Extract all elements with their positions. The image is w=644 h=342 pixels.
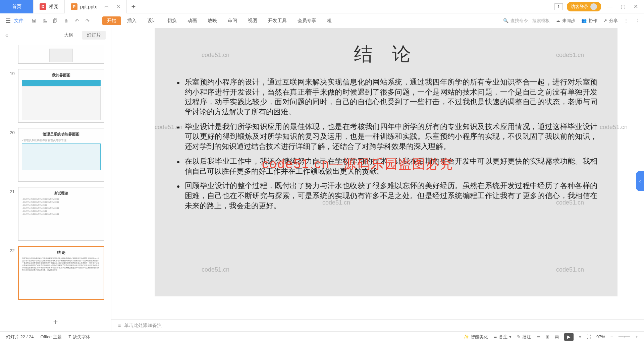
view-reading-icon[interactable]: ▤	[555, 334, 559, 339]
thumb-row	[7, 45, 104, 64]
ribbon-tab-design[interactable]: 设计	[143, 18, 161, 24]
people-icon: 👥	[581, 18, 587, 23]
minimize-icon[interactable]: —	[605, 4, 614, 10]
notes-placeholder[interactable]: 单击此处添加备注	[124, 323, 162, 329]
login-button[interactable]: 访客登录	[567, 2, 601, 11]
notes-icon: ≡	[118, 323, 121, 328]
thumbnail-selected[interactable]: 结 论 乐室预约小程序的设计通过互联网来解决实现信息化的网站系统通过我四年所学的…	[18, 246, 104, 300]
search-placeholder: 查找命令、搜索模板	[511, 18, 550, 24]
divider	[98, 17, 98, 25]
login-label: 访客登录	[571, 4, 588, 10]
zoom-slider[interactable]: ━━━●━━━	[619, 335, 630, 338]
zoom-level[interactable]: 97%	[596, 334, 605, 339]
avatar-icon	[590, 3, 597, 10]
sync-status[interactable]: ☁ 未同步	[556, 18, 575, 24]
tab-close-icon[interactable]: ✕	[116, 3, 120, 10]
collapse-ribbon-icon[interactable]: 〈	[634, 18, 639, 24]
search-icon: 🔍	[503, 18, 508, 23]
side-tab-slides[interactable]: 幻灯片	[82, 31, 106, 40]
close-icon[interactable]: ✕	[632, 3, 640, 10]
thumb-row: 19 我的界面图	[7, 69, 104, 123]
thumbnail[interactable]	[18, 45, 104, 64]
file-menu[interactable]: 文件	[14, 18, 23, 24]
ribbon-tab-insert[interactable]: 插入	[122, 18, 141, 24]
undo-icon[interactable]: ↶	[74, 18, 80, 24]
thumbnail[interactable]: 管理员系统功能界面图 • 管理员系统功能界面管理员可以管理...	[18, 128, 104, 182]
search-box[interactable]: 🔍 查找命令、搜索模板	[503, 18, 550, 24]
export-icon[interactable]: 🗎	[63, 18, 69, 24]
ribbon-tab-transition[interactable]: 切换	[163, 18, 181, 24]
play-dropdown-icon[interactable]: ▾	[579, 334, 581, 339]
comments-button[interactable]: ✎ 批注	[517, 334, 531, 340]
slide[interactable]: 结 论 乐室预约小程序的设计，通过互联网来解决实现信息化的网站系统，通过我四年所…	[155, 28, 618, 296]
slide-title[interactable]: 结 论	[175, 42, 597, 67]
statusbar: 幻灯片 22 / 24 Office 主题 Ƭ 缺失字体 ✨ 智能美化 ≣ 备注…	[0, 331, 644, 342]
quick-access-toolbar: 🖫 🖶 🗐 🗎 ↶ ↷	[31, 18, 91, 24]
thumb-title: 结 论	[22, 250, 100, 255]
slide-body[interactable]: 乐室预约小程序的设计，通过互联网来解决实现信息化的网站系统，通过我四年所学的所有…	[175, 77, 597, 211]
tab-add-button[interactable]: +	[127, 2, 140, 11]
view-normal-icon[interactable]: ▭	[536, 334, 540, 339]
print-preview-icon[interactable]: 🗐	[52, 18, 58, 24]
thumb-row: 22 结 论 乐室预约小程序的设计通过互联网来解决实现信息化的网站系统通过我四年…	[7, 246, 104, 300]
tab-daoke[interactable]: D 稻壳	[34, 0, 65, 13]
thumb-title: 我的界面图	[22, 73, 101, 78]
zoom-out-icon[interactable]: −	[610, 334, 613, 339]
save-icon[interactable]: 🖫	[31, 18, 37, 24]
thumb-row: 20 管理员系统功能界面图 • 管理员系统功能界面管理员可以管理...	[7, 128, 104, 182]
zoom-in-icon[interactable]: +	[635, 334, 638, 339]
titlebar: 首页 D 稻壳 P ppt.pptx ▭ ✕ + 1 访客登录 — ▢ ✕	[0, 0, 644, 13]
coop-label: 协作	[589, 18, 597, 24]
missing-font-button[interactable]: Ƭ 缺失字体	[68, 334, 90, 340]
notes-toggle[interactable]: ≣ 备注 ▾	[493, 334, 512, 340]
ribbon-tab-slideshow[interactable]: 放映	[203, 18, 222, 24]
thumbnail[interactable]: 我的界面图	[18, 69, 104, 123]
theme-name[interactable]: Office 主题	[40, 334, 61, 340]
edit-icon: ✎	[517, 334, 521, 339]
tab-document[interactable]: P ppt.pptx ▭ ✕	[65, 0, 127, 13]
thumbnail[interactable]: 测试理论 • 测试理论内容测试理论内容测试理论内容• 测试理论内容测试理论内容测…	[18, 187, 104, 241]
side-tab-outline[interactable]: 大纲	[59, 31, 78, 40]
add-slide-button[interactable]: +	[0, 312, 111, 331]
share-button[interactable]: ↗ 分享	[603, 18, 618, 24]
tab-display-icon[interactable]: ▭	[104, 4, 109, 9]
bullet[interactable]: 回顾毕业设计的整个过程，既付出了努力与汗水也收获了很多难以忘怀的美好经历。虽然在…	[175, 181, 597, 211]
main: « 大纲 幻灯片 19 我的界面图 20	[0, 28, 644, 331]
lines-icon: ≣	[493, 334, 497, 339]
view-sorter-icon[interactable]: ⊞	[546, 334, 549, 339]
ribbon-tab-start[interactable]: 开始	[102, 16, 121, 25]
zoom-fit-icon[interactable]: ⛶	[587, 334, 591, 339]
collapse-sidebar-icon[interactable]: «	[5, 33, 8, 38]
play-button[interactable]: ▶	[564, 333, 574, 341]
notes-pane[interactable]: ≡ 单击此处添加备注	[111, 319, 644, 331]
slide-wrapper[interactable]: 结 论 乐室预约小程序的设计，通过互联网来解决实现信息化的网站系统，通过我四年所…	[111, 28, 644, 319]
ribbon-tab-animation[interactable]: 动画	[183, 18, 202, 24]
ribbon-tab-dev[interactable]: 开发工具	[263, 18, 291, 24]
right-panel-toggle[interactable]: ‹	[636, 171, 644, 191]
ribbon-tab-member[interactable]: 会员专享	[293, 18, 321, 24]
thumbnail-panel[interactable]: 19 我的界面图 20 管理员系统功能界面图 • 管理员系统功能界面管理员可以管…	[0, 42, 111, 312]
ribbon-tab-view[interactable]: 视图	[243, 18, 262, 24]
cooperation-button[interactable]: 👥 协作	[581, 18, 597, 24]
share-icon: ↗	[603, 18, 607, 23]
missing-font-label: 缺失字体	[73, 334, 90, 340]
status-right: ✨ 智能美化 ≣ 备注 ▾ ✎ 批注 ▭ ⊞ ▤ ▶ ▾ ⛶ 97% − ━━━…	[464, 333, 638, 341]
print-icon[interactable]: 🖶	[42, 18, 48, 24]
slide-count[interactable]: 幻灯片 22 / 24	[6, 334, 34, 340]
canvas-area: 结 论 乐室预约小程序的设计，通过互联网来解决实现信息化的网站系统，通过我四年所…	[111, 28, 644, 331]
hamburger-icon[interactable]: ☰	[5, 17, 11, 24]
ribbon-tab-extra[interactable]: 租	[322, 18, 336, 24]
redo-icon[interactable]: ↷	[85, 18, 91, 24]
bullet[interactable]: 毕业设计是我们所学知识应用的最佳体现，也是在考核我们四年中所学的所有的专业知识及…	[175, 122, 597, 152]
thumb-number: 19	[7, 69, 15, 76]
window-number-badge[interactable]: 1	[554, 3, 563, 10]
ribbon-right: 🔍 查找命令、搜索模板 ☁ 未同步 👥 协作 ↗ 分享 ⋮ 〈	[503, 18, 639, 24]
bullet[interactable]: 乐室预约小程序的设计，通过互联网来解决实现信息化的网站系统，通过我四年所学的所有…	[175, 77, 597, 117]
ribbon-tab-review[interactable]: 审阅	[223, 18, 242, 24]
tab-home[interactable]: 首页	[0, 0, 34, 13]
ppt-icon: P	[71, 3, 77, 10]
maximize-icon[interactable]: ▢	[619, 3, 628, 10]
smart-beautify-button[interactable]: ✨ 智能美化	[464, 334, 488, 340]
plus-icon: +	[53, 317, 58, 326]
more-icon[interactable]: ⋮	[624, 18, 628, 23]
